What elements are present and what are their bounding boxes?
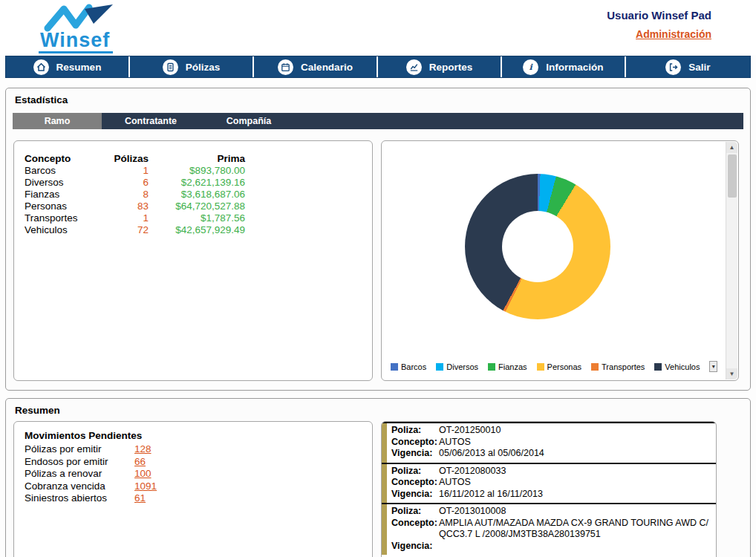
pendiente-value-link[interactable]: 100 xyxy=(134,468,151,481)
admin-link[interactable]: Administración xyxy=(636,28,711,40)
donut-hole xyxy=(502,211,573,282)
policy-field-label: Concepto: xyxy=(391,437,439,449)
table-row: Personas 83 $64,720,527.88 xyxy=(22,201,248,212)
concepto-cell: Diversos xyxy=(22,177,100,189)
policy-number: OT-201250010 xyxy=(439,425,711,437)
legend-swatch xyxy=(488,363,495,371)
concepto-cell: Transportes xyxy=(22,212,100,224)
nav-item-polizas[interactable]: Pólizas xyxy=(130,56,254,77)
pendiente-label: Siniestros abiertos xyxy=(25,492,134,505)
tab-ramo[interactable]: Ramo xyxy=(13,113,102,129)
legend-label: Vehiculos xyxy=(665,362,700,371)
policy-field-label: Vigencia: xyxy=(391,541,439,553)
user-area: Usuario Winsef Pad Administración xyxy=(607,9,711,41)
policy-field-label: Poliza: xyxy=(391,466,439,478)
donut-chart xyxy=(465,174,610,319)
estadistica-tabbar: Ramo Contratante Compañía xyxy=(13,113,743,129)
nav-item-informacion[interactable]: i Información xyxy=(502,56,626,77)
nav-item-label: Información xyxy=(546,62,603,73)
header-polizas: Pólizas xyxy=(100,153,151,165)
nav-item-resumen[interactable]: Resumen xyxy=(6,56,130,77)
policy-vigencia: 05/06/2013 al 05/06/2014 xyxy=(439,448,711,460)
pendientes-title: Movimientos Pendientes xyxy=(25,430,372,441)
chart-scrollbar[interactable]: ▲ ▼ xyxy=(726,142,737,380)
pendiente-value-link[interactable]: 66 xyxy=(134,456,146,469)
pendiente-row: Pólizas a renovar 100 xyxy=(25,468,372,481)
nav-item-salir[interactable]: Salir xyxy=(626,56,750,77)
policy-item[interactable]: Poliza:OT-201250010 Concepto:AUTOS Vigen… xyxy=(382,422,716,463)
pendiente-value-link[interactable]: 61 xyxy=(134,492,146,505)
section-title-resumen: Resumen xyxy=(15,405,60,416)
pendiente-label: Cobranza vencida xyxy=(25,481,134,493)
policy-vigencia xyxy=(439,541,711,553)
policy-item[interactable]: Poliza:OT-2012080033 Concepto:AUTOS Vige… xyxy=(382,463,716,504)
polizas-cell: 1 xyxy=(100,165,151,177)
pendiente-row: Endosos por emitir 66 xyxy=(25,456,372,469)
policy-field-label: Vigencia: xyxy=(391,489,439,501)
legend-item: Vehiculos xyxy=(654,362,700,371)
prima-cell: $893,780.00 xyxy=(151,165,248,177)
scroll-down-icon[interactable]: ▼ xyxy=(726,368,737,380)
chart-panel: Barcos Diversos Fianzas Personas Transpo… xyxy=(381,140,739,381)
policy-field-label: Poliza: xyxy=(391,425,439,437)
table-header-row: Concepto Pólizas Prima xyxy=(22,153,248,165)
policies-panel: Poliza:OT-201250010 Concepto:AUTOS Vigen… xyxy=(381,421,717,557)
nav-item-label: Pólizas xyxy=(186,62,221,73)
pendiente-label: Pólizas a renovar xyxy=(25,468,134,481)
polizas-cell: 1 xyxy=(100,212,151,224)
policy-concepto: AUTOS xyxy=(439,437,711,449)
section-title-estadistica: Estadística xyxy=(15,94,68,105)
concepto-cell: Vehiculos xyxy=(22,224,100,236)
pendientes-panel: Movimientos Pendientes Pólizas por emiti… xyxy=(13,421,373,557)
policy-status-stripe xyxy=(382,464,387,504)
legend-item: Diversos xyxy=(436,362,478,371)
scrollbar-thumb[interactable] xyxy=(728,154,737,198)
policy-rows: Poliza:OT-201250010 Concepto:AUTOS Vigen… xyxy=(387,423,716,463)
policy-rows: Poliza:OT-2012080033 Concepto:AUTOS Vige… xyxy=(387,464,716,504)
tab-compania[interactable]: Compañía xyxy=(200,113,298,129)
policy-status-stripe xyxy=(382,504,387,555)
user-name: Usuario Winsef Pad xyxy=(607,9,711,22)
pendiente-row: Siniestros abiertos 61 xyxy=(25,492,372,505)
policy-concepto: AUTOS xyxy=(439,477,711,489)
svg-text:i: i xyxy=(529,62,534,72)
concepto-cell: Fianzas xyxy=(22,189,100,201)
tab-contratante[interactable]: Contratante xyxy=(102,113,200,129)
policy-field-label: Poliza: xyxy=(391,506,439,518)
policy-item[interactable]: Poliza:OT-2013010008 Concepto:AMPLIA AUT… xyxy=(382,503,716,555)
header: Winsef Usuario Winsef Pad Administración xyxy=(0,0,756,55)
header-prima: Prima xyxy=(151,153,248,165)
nav-item-calendario[interactable]: Calendario xyxy=(254,56,378,77)
prima-cell: $3,618,687.06 xyxy=(151,189,248,201)
concepto-cell: Personas xyxy=(22,201,100,212)
prima-cell: $42,657,929.49 xyxy=(151,224,248,236)
legend-item: Transportes xyxy=(591,362,645,371)
legend-more-button[interactable]: ▾ xyxy=(709,361,717,372)
policy-status-stripe xyxy=(382,423,387,463)
scroll-up-icon[interactable]: ▲ xyxy=(726,142,737,153)
policy-field-label: Concepto: xyxy=(391,518,439,541)
chart-legend: Barcos Diversos Fianzas Personas Transpo… xyxy=(391,361,717,372)
prima-cell: $64,720,527.88 xyxy=(151,201,248,212)
legend-swatch xyxy=(537,363,544,371)
concepto-cell: Barcos xyxy=(22,165,100,177)
exit-icon xyxy=(665,59,681,75)
pendiente-row: Pólizas por emitir 128 xyxy=(25,443,372,456)
winsef-logo[interactable]: Winsef xyxy=(34,1,146,55)
pendiente-value-link[interactable]: 1091 xyxy=(134,481,157,493)
pendiente-row: Cobranza vencida 1091 xyxy=(25,481,372,493)
legend-label: Transportes xyxy=(602,362,645,371)
estadistica-section: Estadística Ramo Contratante Compañía Co… xyxy=(5,88,751,391)
resumen-section: Resumen Movimientos Pendientes Pólizas p… xyxy=(5,398,751,557)
legend-label: Fianzas xyxy=(498,362,527,371)
logo-text: Winsef xyxy=(39,30,113,53)
pendiente-value-link[interactable]: 128 xyxy=(134,443,151,456)
prima-cell: $2,621,139.16 xyxy=(151,177,248,189)
pendiente-label: Pólizas por emitir xyxy=(25,443,134,456)
nav-item-reportes[interactable]: Reportes xyxy=(378,56,502,77)
policy-vigencia: 16/11/2012 al 16/11/2013 xyxy=(439,489,711,501)
header-concepto: Concepto xyxy=(22,153,100,165)
prima-cell: $1,787.56 xyxy=(151,212,248,224)
legend-item: Barcos xyxy=(391,362,426,371)
nav-item-label: Salir xyxy=(688,62,710,73)
